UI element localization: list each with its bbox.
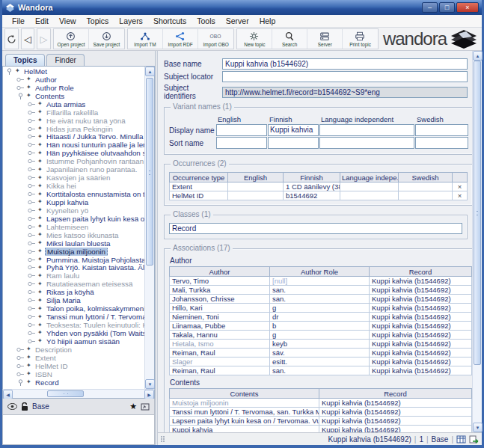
tree-expand-handle-icon[interactable] xyxy=(28,216,37,221)
import-tm-button[interactable]: Import TM xyxy=(128,29,163,49)
scrollbar-thumb[interactable] xyxy=(146,78,153,266)
scrollbar-thumb[interactable] xyxy=(474,61,481,365)
tree-expand-handle-icon[interactable] xyxy=(28,118,37,123)
tree-expand-handle-icon[interactable] xyxy=(28,331,37,336)
column-header-language-indepe[interactable]: Language indepe... xyxy=(340,173,399,182)
delete-occurrence-button[interactable]: × xyxy=(453,182,468,191)
tree-collapse-handle-icon[interactable] xyxy=(16,379,26,386)
menu-layers[interactable]: Layers xyxy=(114,16,148,26)
back-button[interactable]: ◁ xyxy=(21,28,35,49)
tree-item-pyh-yrj-kaistan-taivasta-l-pa[interactable]: ✦Pyhä Yrjö. Kaistan taivasta. Älä pa xyxy=(3,264,144,272)
tree-item-kyynelten-y[interactable]: ✦Kyynelten yö xyxy=(3,206,144,215)
tree-expand-handle-icon[interactable] xyxy=(16,372,26,377)
tree-expand-handle-icon[interactable] xyxy=(28,249,37,254)
menu-view[interactable]: View xyxy=(54,16,82,26)
tree-expand-handle-icon[interactable] xyxy=(28,265,37,270)
scrollbar-thumb[interactable] xyxy=(47,390,84,397)
scroll-down-icon[interactable]: ▼ xyxy=(473,423,483,432)
minimize-button[interactable]: – xyxy=(422,2,438,13)
tree-expand-handle-icon[interactable] xyxy=(28,298,37,303)
table-row[interactable]: Hietala, IsmokeybKuppi kahvia (b1544692) xyxy=(170,340,472,349)
tree-item-h-n-nousi-tunturin-p-lle-ja-lensi-t[interactable]: ✦Hän nousi tunturin päälle ja lensi t xyxy=(3,141,144,149)
layer-star-icon[interactable]: ★ xyxy=(129,402,137,411)
tree-expand-handle-icon[interactable] xyxy=(16,363,26,369)
table-row[interactable]: Mali, Turkkasan.Kuppi kahvia (b1544692) xyxy=(170,286,472,295)
table-row[interactable]: Tanssi mun lyttöni / T. Tervomaa, san. T… xyxy=(170,408,472,417)
tree-expand-handle-icon[interactable] xyxy=(16,77,26,82)
status-table-icon[interactable] xyxy=(456,435,466,444)
maximize-button[interactable]: □ xyxy=(439,2,455,13)
menu-help[interactable]: Help xyxy=(254,16,281,26)
column-header-swedish[interactable]: Swedish xyxy=(399,173,453,182)
tree-item-mies-katsoo-ikkunasta[interactable]: ✦Mies katsoo ikkunasta xyxy=(3,231,144,239)
server-button[interactable]: Server xyxy=(307,29,343,49)
variant-field-swedish[interactable] xyxy=(415,124,468,136)
tree-expand-handle-icon[interactable] xyxy=(28,233,37,238)
close-button[interactable]: × xyxy=(456,2,479,13)
tree-expand-handle-icon[interactable] xyxy=(28,191,37,197)
tab-finder[interactable]: Finder xyxy=(46,54,84,66)
table-row[interactable]: Hillo, KarigKuppi kahvia (b1544692) xyxy=(170,304,472,313)
menu-topics[interactable]: Topics xyxy=(82,16,114,26)
tree-item-hidas-juna-pekingiin[interactable]: ✦Hidas juna Pekingiin xyxy=(3,125,144,133)
layer-config-icon[interactable] xyxy=(141,403,150,411)
tree-item-yhden-von-pys-kki-tom-waits[interactable]: ✦Yhden von pysäkki (Tom Waits) / xyxy=(3,329,144,337)
table-row[interactable]: Tervo, Timo[null]Kuppi kahvia (b1544692) xyxy=(170,277,472,286)
tree-expand-handle-icon[interactable] xyxy=(28,208,37,213)
tree-expand-handle-icon[interactable] xyxy=(28,257,37,263)
new-topic-button[interactable]: New topic xyxy=(237,29,272,49)
tree-item-lahtemiseen[interactable]: ✦Lahtemiseen xyxy=(3,223,144,231)
tree-item-korttitalosta-ennustamista-on-t-m[interactable]: ✦Korttitalosta ennustamista on täm xyxy=(3,190,144,198)
scroll-down-icon[interactable]: ▼ xyxy=(145,379,155,389)
tree-expand-handle-icon[interactable] xyxy=(28,289,37,295)
tree-expand-handle-icon[interactable] xyxy=(28,126,37,132)
subject-locator-field[interactable] xyxy=(222,71,468,82)
menu-edit[interactable]: Edit xyxy=(30,16,54,26)
tree-item-fillarilla-rakelilla[interactable]: ✦Fillarilla rakelilla xyxy=(3,108,144,117)
variant-field-language-independent[interactable] xyxy=(319,137,414,149)
table-row[interactable]: Johansson, Chrissesan.Kuppi kahvia (b154… xyxy=(170,295,472,304)
layer-lock-icon[interactable] xyxy=(21,402,28,411)
tree-collapse-handle-icon[interactable] xyxy=(16,93,26,99)
import-obo-button[interactable]: OBOImport OBO xyxy=(198,29,233,49)
tree-expand-handle-icon[interactable] xyxy=(28,175,37,180)
tree-expand-handle-icon[interactable] xyxy=(28,159,37,164)
tree-item-auta-armias[interactable]: ✦Auta armias xyxy=(3,100,144,108)
table-row[interactable]: Slageresitt.Kuppi kahvia (b1544692) xyxy=(170,358,472,366)
tree-item-helmet-id[interactable]: ✦HelMet ID xyxy=(3,362,144,370)
tab-topics[interactable]: Topics xyxy=(5,54,45,66)
tree-item-teoksesta-tuulen-keinutuoli-kas[interactable]: ✦Teoksesta: Tuulen keinutuoli: Kas xyxy=(3,321,144,329)
import-rdf-button[interactable]: Import RDF xyxy=(163,29,198,49)
tree-expand-handle-icon[interactable] xyxy=(28,273,37,278)
menu-file[interactable]: File xyxy=(7,16,30,26)
subject-identifier-item[interactable]: http://www.helmet.fi/record=b1544692~S9*… xyxy=(222,87,468,98)
topic-panel-scrollbar[interactable]: ▲ ▼ xyxy=(472,51,482,432)
tree-expand-handle-icon[interactable] xyxy=(28,167,37,172)
table-row[interactable]: Nieminen, TonidrKuppi kahvia (b1544692) xyxy=(170,313,472,322)
tree-expand-handle-icon[interactable] xyxy=(28,339,37,344)
table-row[interactable]: Liinamaa, PubbebKuppi kahvia (b1544692) xyxy=(170,322,472,331)
status-export-icon[interactable] xyxy=(469,435,479,444)
tree-expand-handle-icon[interactable] xyxy=(28,134,37,139)
table-row[interactable]: Lapsen paita lyhyt kuin kesä on / Tervom… xyxy=(170,417,472,426)
tree-expand-handle-icon[interactable] xyxy=(16,85,26,90)
tree-item-author-role[interactable]: ✦Author Role xyxy=(3,84,144,92)
tree-item-y-hiipii-aamun-sis-n[interactable]: ✦Yö hiipii aamun sisään xyxy=(3,337,144,346)
tree-item-kuppi-kahvia[interactable]: ✦Kuppi kahvia xyxy=(3,198,144,206)
column-header-record[interactable]: Record xyxy=(319,389,472,399)
tree-item-kasvojen-ja-s-rien[interactable]: ✦Kasvojen ja säärien xyxy=(3,174,144,182)
tree-item-extent[interactable]: ✦Extent xyxy=(3,354,144,362)
scroll-up-icon[interactable]: ▲ xyxy=(473,51,483,61)
table-row[interactable]: Takala, HannugKuppi kahvia (b1544692) xyxy=(170,331,472,340)
tree-expand-handle-icon[interactable] xyxy=(28,314,37,319)
tree-item-lapsen-paita-lyhyt-kuin-kes-on-t[interactable]: ✦Lapsen paita lyhyt kuin kesä on / T xyxy=(3,215,144,223)
tree-item-muistoja-miljoonin[interactable]: ✦Muistoja miljoonin xyxy=(3,248,144,256)
tree-item-kikka-hei[interactable]: ✦Kikka hei xyxy=(3,182,144,190)
class-item[interactable]: Record xyxy=(169,223,462,234)
tree-item-record[interactable]: ✦Record xyxy=(3,378,144,387)
variant-field-finnish[interactable] xyxy=(268,137,319,149)
table-row[interactable]: Muistoja miljooninKuppi kahvia (b1544692… xyxy=(170,399,472,408)
tree-item-japanilainen-runo-parantaa[interactable]: ✦Japanilainen runo parantaa. xyxy=(3,165,144,174)
tree-item-h-n-pyyhk-isee-olutvaahdon-suup[interactable]: ✦Hän pyyhkäisee olutvaahdon suup xyxy=(3,149,144,157)
column-header-finnish[interactable]: Finnish xyxy=(284,173,340,182)
